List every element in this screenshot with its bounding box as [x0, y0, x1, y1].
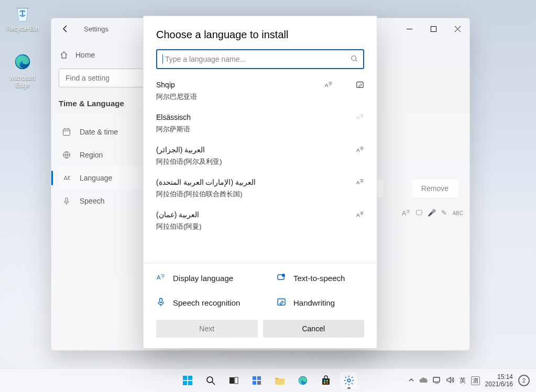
- remove-button[interactable]: Remove: [412, 180, 458, 197]
- sidebar-item-label: Speech: [80, 197, 104, 205]
- close-button[interactable]: [445, 18, 469, 39]
- handwriting-icon: [356, 81, 364, 91]
- svg-text:A: A: [356, 147, 360, 153]
- svg-rect-26: [188, 381, 192, 385]
- svg-point-20: [282, 274, 285, 277]
- taskbar-edge[interactable]: [293, 371, 312, 390]
- task-view[interactable]: [224, 371, 243, 390]
- svg-rect-4: [65, 198, 68, 201]
- back-button[interactable]: [60, 23, 71, 35]
- text-caret: [162, 54, 163, 64]
- calendar-icon: [62, 128, 71, 136]
- language-local-name: 阿拉伯语(阿曼): [156, 222, 364, 231]
- svg-rect-39: [324, 382, 325, 384]
- svg-rect-36: [322, 378, 330, 385]
- language-row[interactable]: العربية (الإمارات العربية المتحدة)阿拉伯语(阿…: [144, 173, 377, 205]
- handwriting-icon: [277, 297, 286, 308]
- ime-language[interactable]: 英: [460, 376, 466, 385]
- svg-text:字: 字: [360, 179, 364, 183]
- desktop-icon-label: Microsoft Edge: [3, 74, 42, 89]
- svg-rect-31: [257, 376, 261, 380]
- svg-rect-21: [160, 298, 162, 303]
- language-feature-icons: A字 🖵 🎤 ✎ ABC: [402, 209, 463, 217]
- search-icon: [351, 55, 358, 64]
- svg-rect-38: [326, 380, 328, 382]
- legend-handwriting: Handwriting: [277, 297, 364, 308]
- language-row[interactable]: Elsässisch阿尔萨斯语A字: [144, 108, 377, 140]
- language-row[interactable]: Shqip阿尔巴尼亚语A字: [144, 75, 377, 108]
- svg-text:字: 字: [360, 147, 364, 151]
- svg-point-5: [352, 55, 356, 60]
- svg-text:A: A: [157, 274, 161, 281]
- display-language-icon: A字: [156, 273, 166, 284]
- widgets[interactable]: [247, 371, 266, 390]
- language-native-name: العربية (الإمارات العربية المتحدة): [156, 178, 364, 186]
- tray-overflow-icon[interactable]: [409, 377, 414, 384]
- dialog-search[interactable]: [156, 49, 364, 69]
- tts-icon: 🖵: [415, 209, 422, 217]
- desktop-icon-recycle-bin[interactable]: Recycle Bin: [3, 2, 42, 32]
- svg-rect-34: [275, 379, 285, 385]
- language-local-name: 阿尔萨斯语: [156, 125, 364, 134]
- clock-time: 15:14: [485, 373, 513, 380]
- svg-text:字: 字: [360, 211, 364, 216]
- clock-date: 2021/6/16: [485, 380, 513, 388]
- legend-label: Display language: [173, 274, 233, 283]
- feature-legend: A字 Display language Text-to-speech Speec…: [144, 263, 377, 320]
- home-icon: [60, 51, 68, 59]
- mic-icon: [62, 197, 71, 205]
- system-tray[interactable]: 英 泗 15:14 2021/6/16 2: [402, 373, 536, 388]
- window-title: Settings: [84, 25, 108, 33]
- maximize-button[interactable]: [421, 18, 445, 39]
- handwriting-icon: ✎: [441, 209, 447, 217]
- dialog-search-input[interactable]: [164, 54, 351, 64]
- tts-icon: [277, 273, 286, 284]
- svg-rect-1: [431, 26, 436, 31]
- legend-label: Text-to-speech: [293, 274, 345, 283]
- minimize-button[interactable]: [397, 18, 421, 39]
- legend-label: Speech recognition: [173, 298, 240, 307]
- globe-icon: [62, 151, 71, 159]
- svg-text:字: 字: [329, 82, 332, 86]
- legend-label: Handwriting: [293, 298, 335, 307]
- language-local-name: 阿拉伯语(阿尔及利亚): [156, 157, 364, 166]
- legend-display-language: A字 Display language: [156, 273, 277, 284]
- start-button[interactable]: [178, 371, 197, 390]
- taskbar-clock[interactable]: 15:14 2021/6/16: [485, 373, 513, 388]
- next-button[interactable]: Next: [156, 320, 258, 338]
- svg-rect-40: [326, 382, 328, 384]
- svg-text:A: A: [325, 82, 329, 88]
- svg-rect-42: [433, 377, 440, 382]
- sidebar-item-label: Home: [75, 51, 95, 59]
- taskbar-search[interactable]: [201, 371, 220, 390]
- desktop-icon-label: Recycle Bin: [3, 25, 42, 32]
- legend-tts: Text-to-speech: [277, 273, 364, 284]
- volume-icon[interactable]: [446, 376, 454, 385]
- desktop-icon-edge[interactable]: Microsoft Edge: [3, 51, 42, 89]
- language-icon: [62, 174, 71, 182]
- taskbar-settings[interactable]: [340, 371, 358, 390]
- ime-mode[interactable]: 泗: [471, 376, 480, 385]
- notification-center[interactable]: 2: [518, 375, 530, 386]
- svg-rect-29: [235, 377, 238, 384]
- display-language-icon: A字: [402, 209, 411, 217]
- display-language-icon: A字: [356, 113, 364, 123]
- onedrive-icon[interactable]: [419, 377, 428, 385]
- spellcheck-icon: ABC: [452, 209, 463, 217]
- cancel-button[interactable]: Cancel: [263, 320, 365, 338]
- network-icon[interactable]: [433, 376, 441, 385]
- language-local-name: 阿拉伯语(阿拉伯联合酋长国): [156, 189, 364, 199]
- display-language-icon: A字: [356, 145, 364, 155]
- svg-rect-28: [229, 377, 234, 384]
- legend-speech: Speech recognition: [156, 297, 277, 308]
- language-native-name: العربية (الجزائر): [156, 145, 364, 154]
- language-native-name: Elsässisch: [156, 113, 364, 121]
- language-row[interactable]: العربية (عمان)阿拉伯语(阿曼)A字: [144, 205, 377, 238]
- mic-icon: [156, 297, 166, 308]
- language-row[interactable]: العربية (الجزائر)阿拉伯语(阿尔及利亚)A字: [144, 140, 377, 173]
- file-explorer[interactable]: [270, 371, 289, 390]
- microsoft-store[interactable]: [316, 371, 335, 390]
- dialog-title: Choose a language to install: [144, 16, 377, 49]
- language-list[interactable]: Shqip阿尔巴尼亚语A字Elsässisch阿尔萨斯语A字العربية (ا…: [144, 74, 377, 260]
- taskbar: 英 泗 15:14 2021/6/16 2: [0, 368, 536, 392]
